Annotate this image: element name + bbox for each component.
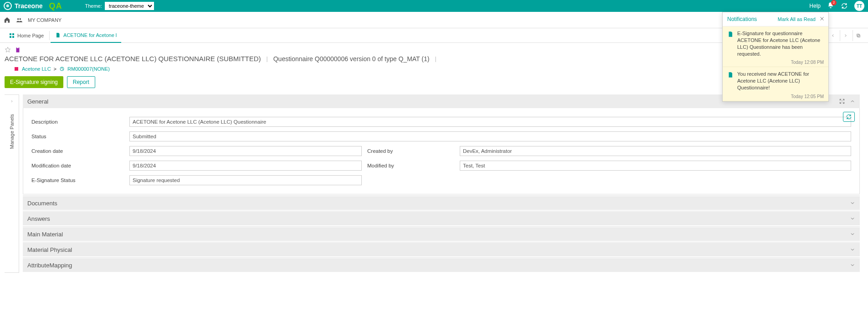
panel-attribute-mapping-header[interactable]: AttributeMapping: [23, 258, 860, 272]
tab-home[interactable]: Home Page: [5, 28, 48, 43]
tab-separator: [49, 31, 50, 40]
input-esignature-status[interactable]: [129, 175, 362, 185]
panels-column: General Description Status: [23, 94, 860, 273]
brand-logo[interactable]: ✽ Traceone: [4, 2, 42, 10]
panel-attribute-mapping: AttributeMapping: [23, 258, 860, 272]
esignature-signing-button[interactable]: E-Signature signing: [5, 76, 63, 88]
breadcrumb-separator: >: [54, 66, 56, 72]
notification-text: E-Signature for questionnaire ACETONE fo…: [737, 30, 824, 57]
mark-all-read-link[interactable]: Mark All as Read: [778, 16, 816, 22]
org-icon: [14, 66, 19, 72]
svg-rect-5: [12, 36, 14, 38]
breadcrumb-org-link[interactable]: Acetone LLC: [22, 66, 51, 72]
notification-item[interactable]: E-Signature for questionnaire ACETONE fo…: [723, 26, 828, 67]
panel-attribute-mapping-title: AttributeMapping: [27, 262, 72, 269]
panel-material-physical: Material Physical: [23, 243, 860, 256]
theme-select[interactable]: traceone-theme: [105, 2, 154, 10]
notifications-list: E-Signature for questionnaire ACETONE fo…: [723, 26, 828, 101]
svg-point-1: [20, 18, 21, 20]
notification-time: Today 12:05 PM: [737, 94, 824, 99]
input-modification-date[interactable]: [129, 161, 362, 171]
breadcrumb-company: MY COMPANY: [28, 17, 62, 23]
tabs-right-controls: [827, 30, 868, 41]
tab-current-label: ACETONE for Acetone l: [63, 32, 117, 38]
panel-refresh-button[interactable]: [843, 112, 855, 122]
label-status: Status: [31, 134, 129, 139]
panel-header-controls: [839, 98, 855, 104]
global-refresh-icon[interactable]: [841, 2, 848, 10]
help-link[interactable]: Help: [809, 3, 821, 9]
notifications-bell[interactable]: 2: [827, 2, 834, 10]
notifications-close-button[interactable]: [819, 16, 825, 22]
svg-rect-6: [857, 34, 859, 36]
collapse-caret-icon[interactable]: [850, 99, 855, 104]
fullscreen-icon[interactable]: [839, 98, 845, 104]
tab-current[interactable]: ACETONE for Acetone l: [51, 28, 121, 43]
top-header: ✽ Traceone QA Theme: traceone-theme Help…: [0, 0, 868, 12]
tab-home-label: Home Page: [17, 33, 44, 38]
panel-documents-header[interactable]: Documents: [23, 196, 860, 210]
tab-next-button[interactable]: [840, 30, 851, 41]
brand-text: Traceone: [15, 2, 42, 10]
row-modification: Modification date Modified by: [31, 159, 851, 172]
page-title: ACETONE FOR ACETONE LLC (ACETONE LLC) QU…: [5, 55, 261, 63]
grid-icon: [9, 33, 15, 38]
breadcrumb-ref-link[interactable]: RM000007(NONE): [67, 66, 110, 72]
notifications-title: Notifications: [727, 16, 757, 22]
svg-rect-2: [10, 33, 11, 35]
panel-answers-header[interactable]: Answers: [23, 212, 860, 225]
home-icon[interactable]: [4, 16, 10, 23]
label-description: Description: [31, 119, 129, 125]
chevron-down-icon: [850, 247, 855, 252]
notification-item[interactable]: You received new ACETONE for Acetone LLC…: [723, 67, 828, 101]
panel-material-physical-header[interactable]: Material Physical: [23, 243, 860, 256]
clipboard-icon[interactable]: [15, 47, 21, 53]
rail-expand-button[interactable]: [7, 97, 16, 106]
label-creation-date: Creation date: [31, 148, 129, 154]
notification-text: You received new ACETONE for Acetone LLC…: [737, 71, 824, 91]
chevron-down-icon: [850, 216, 855, 221]
panel-general-title: General: [27, 98, 48, 105]
theme-selector: Theme: traceone-theme: [85, 2, 154, 10]
title-separator: |: [267, 56, 268, 62]
report-button[interactable]: Report: [67, 76, 95, 88]
favorite-star-icon[interactable]: [5, 47, 11, 53]
label-esignature-status: E-Signature Status: [31, 177, 129, 183]
label-modified-by: Modified by: [362, 163, 460, 168]
input-status[interactable]: [129, 131, 851, 141]
tab-popout-button[interactable]: [853, 30, 863, 41]
company-icon: [15, 17, 23, 23]
svg-rect-10: [15, 67, 18, 71]
panel-answers-title: Answers: [27, 215, 50, 222]
chevron-down-icon: [850, 231, 855, 237]
panel-general: General Description Status: [23, 94, 860, 194]
panel-main-material: Main Material: [23, 227, 860, 241]
rail-label[interactable]: Manage Panels: [9, 111, 15, 151]
input-description[interactable]: [129, 117, 851, 127]
input-creation-date[interactable]: [129, 146, 362, 156]
main-wrap: Manage Panels General Description: [0, 94, 868, 273]
panel-documents: Documents: [23, 196, 860, 210]
notifications-header: Notifications Mark All as Read: [723, 12, 828, 26]
chevron-down-icon: [850, 262, 855, 268]
panel-documents-title: Documents: [27, 200, 57, 207]
document-icon: [727, 72, 734, 78]
row-status: Status: [31, 130, 851, 143]
page-subtitle: Questionnaire Q00000006 version 0 of typ…: [273, 55, 430, 63]
svg-rect-4: [10, 36, 11, 38]
close-icon: [819, 16, 825, 21]
svg-rect-8: [16, 47, 20, 52]
svg-rect-7: [858, 35, 860, 37]
side-rail: Manage Panels: [5, 94, 19, 273]
panel-material-physical-title: Material Physical: [27, 246, 72, 253]
panel-main-material-header[interactable]: Main Material: [23, 227, 860, 241]
title-separator-2: |: [435, 56, 436, 62]
user-avatar[interactable]: TT: [854, 1, 864, 11]
svg-rect-9: [17, 47, 19, 48]
row-creation: Creation date Created by: [31, 145, 851, 157]
input-created-by[interactable]: [460, 146, 851, 156]
header-right: Help 2 TT: [809, 1, 864, 11]
brand-icon: ✽: [4, 2, 12, 10]
chevron-down-icon: [850, 200, 855, 206]
input-modified-by[interactable]: [460, 161, 851, 171]
